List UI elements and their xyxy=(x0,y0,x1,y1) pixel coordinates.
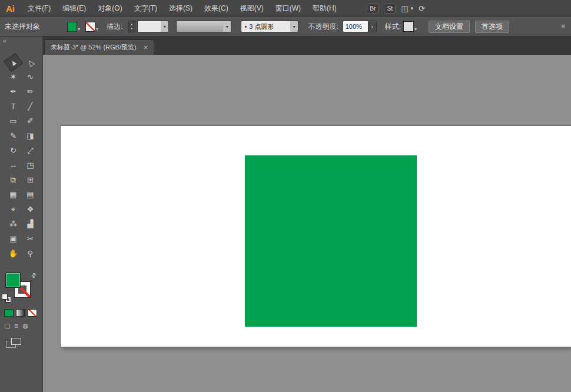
color-button[interactable] xyxy=(4,309,14,317)
workspace-switcher-icon[interactable]: ◫ xyxy=(401,0,408,17)
width-profile-select[interactable]: ▾ xyxy=(176,21,231,32)
style-swatch[interactable] xyxy=(403,21,414,32)
menu-object[interactable]: 对象(O) xyxy=(92,0,128,17)
default-fill-stroke-icon[interactable] xyxy=(2,294,12,303)
opacity-label: 不透明度: xyxy=(308,22,338,32)
selection-status: 未选择对象 xyxy=(5,22,59,32)
stroke-width-value xyxy=(138,21,161,32)
menu-select[interactable]: 选择(S) xyxy=(163,0,198,17)
close-icon[interactable]: × xyxy=(144,43,148,52)
column-graph-tool[interactable]: ▟ xyxy=(23,218,38,231)
artboard[interactable] xyxy=(61,126,571,347)
menu-window[interactable]: 窗口(W) xyxy=(270,0,307,17)
menu-type[interactable]: 文字(T) xyxy=(128,0,163,17)
stroke-width-select[interactable]: ▾ xyxy=(137,21,169,32)
fill-color-swatch[interactable] xyxy=(67,22,77,32)
selection-tool[interactable]: ▲ xyxy=(4,52,23,71)
menu-effect[interactable]: 效果(C) xyxy=(198,0,234,17)
menu-help[interactable]: 帮助(H) xyxy=(307,0,343,17)
app-logo-icon: Ai xyxy=(6,4,15,14)
brush-dot-icon: • xyxy=(244,23,247,30)
illustrator-window: Ai 文件(F)编辑(E)对象(O)文字(T)选择(S)效果(C)视图(V)窗口… xyxy=(0,0,571,392)
document-tab-bar: 未标题-3* @ 52% (RGB/预览) × xyxy=(43,36,571,55)
zoom-tool[interactable]: ⚲ xyxy=(23,247,38,260)
document-tab-title: 未标题-3* @ 52% (RGB/预览) xyxy=(51,43,137,52)
brush-select[interactable]: •3 点圆形 ▾ xyxy=(241,21,298,32)
chevron-down-icon[interactable]: ▾ xyxy=(161,21,168,32)
chevron-down-icon[interactable]: ▾ xyxy=(223,21,231,32)
draw-behind-icon[interactable]: ⧈ xyxy=(14,322,18,330)
brush-preview: •3 点圆形 xyxy=(241,21,290,32)
blend-tool[interactable]: ❖ xyxy=(23,203,38,216)
gradient-button[interactable] xyxy=(16,309,25,317)
shape-builder-tool[interactable]: ⧉ xyxy=(6,174,21,187)
swap-fill-stroke-icon[interactable]: ⇄ xyxy=(29,271,38,280)
sync-icon[interactable]: ⟳ xyxy=(419,0,425,17)
stepper-down-icon[interactable]: ▾ xyxy=(131,26,132,31)
gradient-tool[interactable]: ▤ xyxy=(23,188,38,201)
rotate-tool[interactable]: ↻ xyxy=(6,144,21,157)
symbol-sprayer-tool[interactable]: ⁂ xyxy=(6,218,21,231)
chevron-right-icon[interactable]: › xyxy=(369,21,377,32)
paintbrush-tool[interactable]: ✐ xyxy=(23,115,38,128)
chevron-down-icon[interactable]: ▾ xyxy=(290,21,298,32)
eyedropper-tool[interactable]: ⌖ xyxy=(6,203,21,216)
shaper-tool[interactable]: ✎ xyxy=(6,129,21,142)
document-setup-button[interactable]: 文档设置 xyxy=(429,21,470,33)
eraser-tool[interactable]: ◨ xyxy=(23,129,38,142)
none-button[interactable] xyxy=(28,309,37,317)
brush-name: 3 点圆形 xyxy=(249,22,274,31)
width-tool[interactable]: ↔ xyxy=(6,159,21,172)
pen-tool[interactable]: ✒ xyxy=(6,85,21,98)
draw-inside-icon[interactable]: ◍ xyxy=(22,322,28,330)
stepper-up-icon[interactable]: ▴ xyxy=(131,22,132,26)
tools-grid: ▲△✶∿✒✏T╱▭✐✎◨↻⤢↔◳⧉⊞▦▤⌖❖⁂▟▣✂✋⚲ xyxy=(5,55,39,261)
artboard-tool[interactable]: ▣ xyxy=(6,232,21,245)
chevron-down-icon[interactable]: ▾ xyxy=(96,26,98,32)
stroke-label: 描边: xyxy=(107,22,122,32)
stroke-width-stepper[interactable]: ▴ ▾ xyxy=(128,21,135,32)
control-panel-menu-icon[interactable]: ≡ xyxy=(561,22,565,31)
canvas[interactable] xyxy=(43,55,571,392)
stroke-color-swatch[interactable] xyxy=(85,22,95,32)
mesh-tool[interactable]: ▦ xyxy=(6,188,21,201)
stock-button[interactable]: St xyxy=(384,4,396,14)
perspective-grid-tool[interactable]: ⊞ xyxy=(23,174,38,187)
opacity-input[interactable]: 100% xyxy=(343,21,369,32)
menubar-right: Br St ◫ ▾ ⟳ xyxy=(367,0,571,17)
slice-tool[interactable]: ✂ xyxy=(23,232,38,245)
fill-stroke-indicator: ⇄ xyxy=(0,271,43,307)
free-transform-tool[interactable]: ◳ xyxy=(23,159,38,172)
document-tab[interactable]: 未标题-3* @ 52% (RGB/预览) × xyxy=(44,39,154,55)
screen-mode-icon[interactable] xyxy=(6,338,22,349)
magic-wand-tool[interactable]: ✶ xyxy=(6,71,21,84)
type-tool[interactable]: T xyxy=(6,100,21,113)
style-label: 样式: xyxy=(385,22,401,32)
none-slash-icon xyxy=(28,310,36,316)
fill-indicator[interactable] xyxy=(5,273,21,288)
curvature-tool[interactable]: ✏ xyxy=(23,85,38,98)
chevron-down-icon[interactable]: ▾ xyxy=(414,26,417,32)
scale-tool[interactable]: ⤢ xyxy=(23,144,38,157)
green-rectangle[interactable] xyxy=(245,155,417,327)
line-segment-tool[interactable]: ╱ xyxy=(23,100,38,113)
draw-normal-icon[interactable]: ▢ xyxy=(4,322,10,330)
menu-file[interactable]: 文件(F) xyxy=(22,0,57,17)
menubar: Ai 文件(F)编辑(E)对象(O)文字(T)选择(S)效果(C)视图(V)窗口… xyxy=(0,0,571,17)
direct-selection-tool[interactable]: △ xyxy=(21,52,40,71)
paint-style-row xyxy=(4,309,37,317)
hand-tool[interactable]: ✋ xyxy=(6,247,21,260)
tools-panel: « ▲△✶∿✒✏T╱▭✐✎◨↻⤢↔◳⧉⊞▦▤⌖❖⁂▟▣✂✋⚲ ⇄ ▢ ⧈ ◍ xyxy=(0,36,43,392)
chevron-down-icon[interactable]: ▾ xyxy=(78,26,80,32)
drawing-modes-row: ▢ ⧈ ◍ xyxy=(4,322,28,330)
width-profile-preview xyxy=(177,21,223,32)
preferences-button[interactable]: 首选项 xyxy=(475,21,509,33)
collapse-panel-icon[interactable]: « xyxy=(3,37,6,44)
lasso-tool[interactable]: ∿ xyxy=(23,71,38,84)
control-bar: 未选择对象 ▾ ▾ 描边: ▴ ▾ ▾ ▾ •3 点圆形 ▾ 不透明度: 100… xyxy=(0,17,571,36)
chevron-down-icon[interactable]: ▾ xyxy=(411,0,414,17)
rectangle-tool[interactable]: ▭ xyxy=(6,115,21,128)
bridge-button[interactable]: Br xyxy=(367,4,379,14)
menu-view[interactable]: 视图(V) xyxy=(234,0,270,17)
menu-edit[interactable]: 编辑(E) xyxy=(57,0,92,17)
